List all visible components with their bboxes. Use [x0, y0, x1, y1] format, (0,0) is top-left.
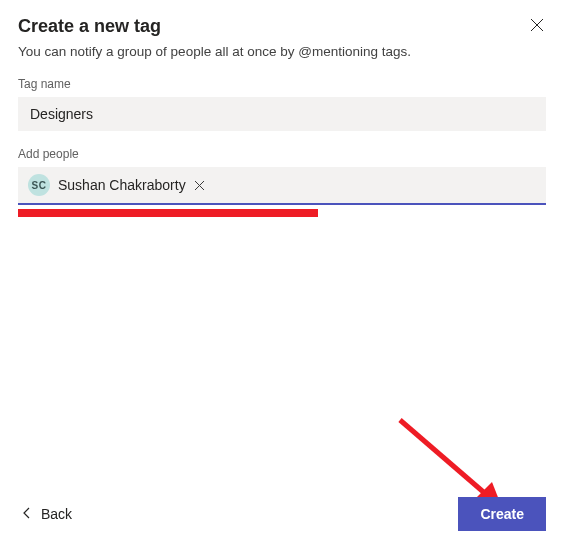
dialog-subtitle: You can notify a group of people all at …: [18, 44, 546, 59]
back-label: Back: [41, 506, 72, 522]
annotation-highlight-bar: [18, 209, 318, 217]
avatar: SC: [28, 174, 50, 196]
close-icon[interactable]: [528, 16, 546, 38]
remove-person-icon[interactable]: [194, 180, 205, 191]
create-button[interactable]: Create: [458, 497, 546, 531]
tag-name-input[interactable]: [18, 97, 546, 131]
person-chip: SC Sushan Chakraborty: [24, 172, 209, 198]
tag-name-label: Tag name: [18, 77, 546, 91]
chevron-left-icon: [22, 506, 31, 522]
dialog-title: Create a new tag: [18, 16, 161, 37]
add-people-label: Add people: [18, 147, 546, 161]
back-button[interactable]: Back: [18, 500, 76, 528]
add-people-input[interactable]: SC Sushan Chakraborty: [18, 167, 546, 205]
person-name: Sushan Chakraborty: [58, 177, 186, 193]
